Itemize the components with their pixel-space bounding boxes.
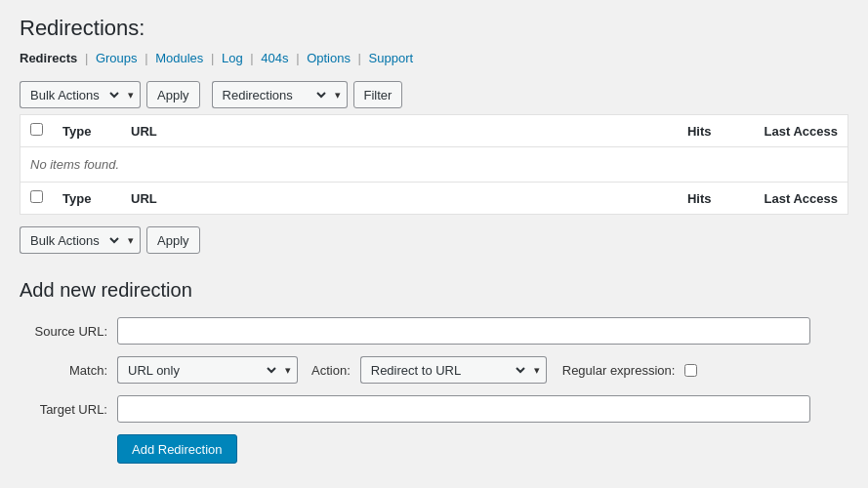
table-header-row: Type URL Hits Last Access: [21, 115, 848, 147]
bottom-bulk-select[interactable]: Bulk Actions: [20, 226, 122, 254]
nav-item-support[interactable]: Support: [369, 51, 414, 65]
match-action-row: Match: URL only URL and login status URL…: [20, 356, 848, 384]
select-all-bottom-checkbox[interactable]: [30, 190, 43, 203]
bottom-apply-button[interactable]: Apply: [146, 226, 200, 254]
match-label: Match:: [20, 363, 117, 378]
top-apply-button[interactable]: Apply: [146, 81, 200, 108]
col-hits-footer: Hits: [663, 183, 722, 215]
nav-item-404s[interactable]: 404s: [261, 51, 288, 65]
submit-row: Add Redirection: [20, 434, 848, 464]
source-url-input[interactable]: [117, 317, 810, 345]
match-arrow-icon[interactable]: ▾: [279, 356, 298, 384]
add-redirection-button[interactable]: Add Redirection: [117, 434, 237, 464]
col-type-header: Type: [53, 115, 121, 147]
col-url-footer: URL: [121, 183, 663, 215]
source-url-field: [117, 317, 848, 345]
page-title: Redirections:: [20, 16, 848, 41]
top-bulk-select[interactable]: Bulk Actions: [20, 81, 122, 108]
action-select[interactable]: Redirect to URL Redirect to random post …: [360, 356, 528, 384]
top-bulk-arrow-icon[interactable]: ▾: [122, 81, 141, 108]
top-filter-select[interactable]: Redirections: [212, 81, 329, 108]
select-all-top-checkbox[interactable]: [30, 123, 43, 136]
regex-label: Regular expression:: [562, 363, 676, 378]
col-type-footer: Type: [53, 183, 121, 215]
target-url-field: [117, 395, 848, 423]
top-tablenav: Bulk Actions ▾ Apply Redirections ▾ Filt…: [20, 75, 848, 114]
top-filter-arrow-icon[interactable]: ▾: [329, 81, 348, 108]
no-items-row: No items found.: [21, 147, 848, 183]
col-hits-header: Hits: [663, 115, 722, 147]
action-label: Action:: [311, 363, 351, 378]
action-select-wrap: Redirect to URL Redirect to random post …: [360, 356, 547, 384]
target-url-input[interactable]: [117, 395, 810, 423]
target-url-label: Target URL:: [20, 402, 117, 417]
top-bulk-wrap: Bulk Actions ▾: [20, 81, 141, 108]
add-redirection-title: Add new redirection: [20, 279, 848, 302]
action-arrow-icon[interactable]: ▾: [528, 356, 547, 384]
nav-item-options[interactable]: Options: [307, 51, 351, 65]
nav-item-groups[interactable]: Groups: [96, 51, 138, 65]
col-last-access-header-bottom: Last Access: [722, 183, 848, 215]
no-items-text: No items found.: [21, 147, 848, 183]
col-cb-header: [21, 115, 54, 147]
redirections-table: Type URL Hits Last Access No items found…: [20, 114, 848, 215]
nav-links: Redirects | Groups | Modules | Log | 404…: [20, 51, 848, 65]
source-url-label: Source URL:: [20, 324, 117, 339]
match-select-wrap: URL only URL and login status URL and us…: [117, 356, 298, 384]
target-url-row: Target URL:: [20, 395, 848, 423]
top-filter-wrap: Redirections ▾: [212, 81, 348, 108]
nav-item-redirects[interactable]: Redirects: [20, 51, 77, 65]
add-redirection-section: Add new redirection Source URL: Match: U…: [20, 279, 848, 464]
col-url-header: URL: [121, 115, 663, 147]
source-url-row: Source URL:: [20, 317, 848, 345]
col-cb-footer: [21, 183, 54, 215]
regex-checkbox[interactable]: [684, 364, 697, 377]
bottom-bulk-arrow-icon[interactable]: ▾: [122, 226, 141, 254]
bottom-tablenav: Bulk Actions ▾ Apply: [20, 221, 848, 260]
bottom-bulk-wrap: Bulk Actions ▾: [20, 226, 141, 254]
nav-item-modules[interactable]: Modules: [155, 51, 203, 65]
filter-button[interactable]: Filter: [353, 81, 403, 108]
match-action-controls: URL only URL and login status URL and us…: [117, 356, 697, 384]
nav-item-log[interactable]: Log: [222, 51, 243, 65]
table-footer-row: Type URL Hits Last Access: [21, 183, 848, 215]
col-last-access-header-top: Last Access: [722, 115, 848, 147]
match-select[interactable]: URL only URL and login status URL and us…: [117, 356, 279, 384]
